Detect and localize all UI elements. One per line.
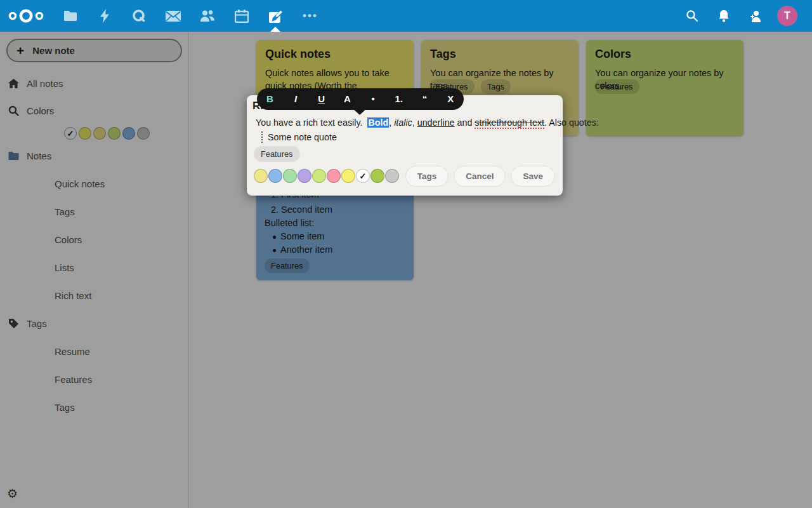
palette-olive[interactable] (370, 169, 384, 183)
ellipsis-icon: ••• (303, 10, 318, 22)
people-icon (200, 10, 215, 22)
palette-gray[interactable] (385, 169, 399, 183)
rich-text-paragraph[interactable]: You have a rich text easily. Bold, itali… (256, 117, 599, 128)
lightning-icon (100, 9, 110, 23)
palette-pink[interactable] (327, 169, 341, 183)
ordered-list-button[interactable]: 1. (386, 88, 412, 110)
nextcloud-logo[interactable] (8, 5, 46, 27)
bell-icon (718, 10, 730, 22)
app-activity[interactable] (88, 0, 122, 32)
save-button[interactable]: Save (511, 166, 555, 187)
toolbar-pointer (353, 109, 367, 115)
app-files[interactable] (53, 0, 88, 32)
palette-yellow-green[interactable] (312, 169, 326, 183)
underlined-text: underline (417, 117, 455, 128)
quote-button[interactable]: “ (412, 88, 438, 110)
pencil-square-icon (268, 9, 283, 23)
app-more[interactable]: ••• (293, 0, 327, 32)
strikethrough-text: strikethrough text (475, 117, 544, 129)
envelope-icon (166, 11, 181, 22)
underline-button[interactable]: U (308, 88, 334, 110)
blockquote[interactable]: Some note quote (261, 131, 337, 143)
bullet-list-button[interactable]: • (360, 88, 386, 110)
palette-yellow[interactable] (341, 169, 355, 183)
search-icon (686, 10, 698, 22)
active-app-indicator (270, 27, 280, 32)
bold-button[interactable]: B (257, 88, 283, 110)
palette-purple[interactable] (298, 169, 311, 183)
app-mail[interactable] (156, 0, 190, 32)
notifications-button[interactable] (711, 0, 737, 32)
calendar-icon (235, 10, 249, 23)
palette-blue[interactable] (268, 169, 282, 183)
folder-icon (63, 10, 77, 22)
app-contacts[interactable] (190, 0, 225, 32)
app-calendar[interactable] (225, 0, 259, 32)
italic-button[interactable]: I (283, 88, 309, 110)
app-quicknotes[interactable] (122, 0, 156, 32)
avatar[interactable]: T (777, 6, 797, 26)
tags-button[interactable]: Tags (405, 166, 449, 187)
q-icon (132, 9, 146, 23)
palette-selected-white[interactable]: ✓ (356, 169, 370, 183)
contacts-menu-icon (749, 10, 762, 22)
note-edit-modal: Rich text You have a rich text easily. B… (247, 95, 563, 196)
strikethrough-button[interactable]: A (334, 88, 360, 110)
tag-chip-features[interactable]: Features (254, 146, 300, 162)
cancel-button[interactable]: Cancel (454, 166, 506, 187)
contacts-menu-button[interactable] (743, 0, 768, 32)
note-color-picker: ✓ (254, 169, 400, 183)
palette-light-green[interactable] (283, 169, 297, 183)
rich-text-toolbar: B I U A • 1. “ X (257, 88, 464, 110)
clear-format-button[interactable]: X (438, 88, 464, 110)
palette-khaki[interactable] (254, 169, 268, 183)
italic-text: italic (394, 117, 412, 128)
unified-search-button[interactable] (679, 0, 705, 32)
selected-text: Bold (367, 117, 389, 128)
top-bar: ••• T (0, 0, 812, 32)
